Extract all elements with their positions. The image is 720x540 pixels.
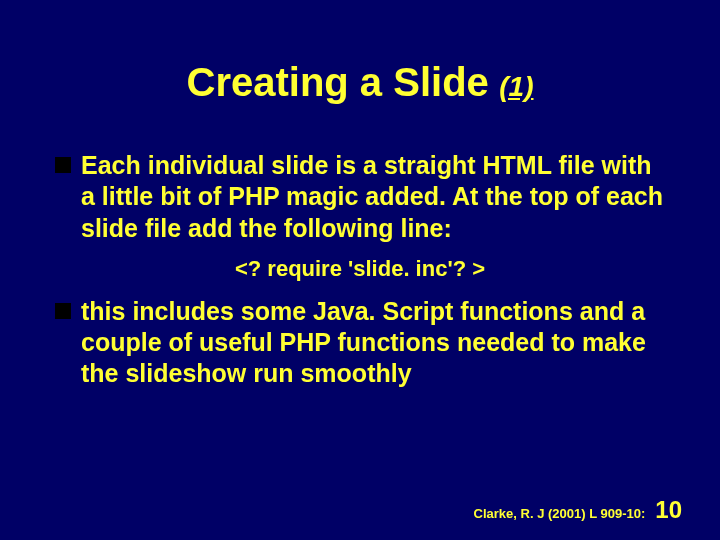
title-main: Creating a Slide xyxy=(187,60,489,104)
footer-page-number: 10 xyxy=(655,496,682,524)
bullet-item: this includes some Java. Script function… xyxy=(55,296,665,390)
bullet-text: this includes some Java. Script function… xyxy=(81,296,665,390)
slide-title: Creating a Slide (1) xyxy=(55,60,665,105)
bullet-item: Each individual slide is a straight HTML… xyxy=(55,150,665,244)
footer-citation: Clarke, R. J (2001) L 909-10: xyxy=(474,506,646,521)
slide: Creating a Slide (1) Each individual sli… xyxy=(0,0,720,540)
slide-footer: Clarke, R. J (2001) L 909-10: 10 xyxy=(474,496,682,524)
square-bullet-icon xyxy=(55,157,71,173)
bullet-text: Each individual slide is a straight HTML… xyxy=(81,150,665,244)
square-bullet-icon xyxy=(55,303,71,319)
title-sub: (1) xyxy=(499,71,533,102)
slide-content: Each individual slide is a straight HTML… xyxy=(55,150,665,390)
code-line: <? require 'slide. inc'? > xyxy=(55,256,665,282)
